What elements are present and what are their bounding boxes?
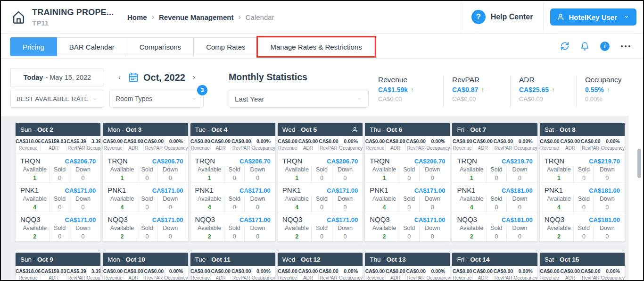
stat-previous-value: CA$0.00 — [378, 95, 414, 102]
tab-manage-rates-restrictions[interactable]: Manage Rates & Restrictions — [258, 37, 375, 56]
info-icon[interactable]: i — [600, 42, 610, 51]
room-row-pnk1[interactable]: PNK1CA$171.00Available4Sold0Down0 — [16, 183, 100, 212]
room-sold-label: Sold — [224, 196, 244, 202]
room-row-pnk1[interactable]: PNK1CA$171.00Available4Sold0Down0 — [190, 183, 275, 212]
room-sold-label: Sold — [574, 196, 594, 202]
notifications-bell-icon[interactable] — [580, 42, 589, 51]
room-row-nqq3[interactable]: NQQ3CA$171.00Available2Sold0Down0 — [103, 212, 188, 241]
refresh-icon[interactable] — [560, 42, 570, 51]
property-switcher[interactable]: TRAINING PROPE... TP11 — [11, 1, 114, 33]
day-header[interactable]: Wed - Oct 5 — [278, 123, 363, 136]
room-row-nqq3[interactable]: NQQ3CA$171.00Available2Sold0Down0 — [16, 212, 100, 241]
room-row-trqn[interactable]: TRQNCA$219.70Available1Sold0Down0 — [452, 153, 537, 183]
room-row-nqq3[interactable]: NQQ3CA$181.00Available2Sold0Down0 — [452, 212, 537, 241]
day-stat-label: Revenue — [540, 275, 560, 280]
room-sold: Sold0 — [574, 195, 594, 213]
room-row-trqn[interactable]: TRQNCA$206.70Available1Sold0Down0 — [103, 153, 188, 183]
rate-plan-select[interactable]: BEST AVAILABLE RATE — [10, 90, 104, 108]
room-down: Down0 — [70, 224, 96, 242]
scrollbar-thumb[interactable] — [637, 149, 641, 178]
room-row-trqn[interactable]: TRQNCA$206.70Available1Sold0Down0 — [16, 153, 100, 183]
room-row-pnk1[interactable]: PNK1CA$171.00Available4Sold0Down0 — [278, 183, 363, 212]
room-available-count: 2 — [457, 233, 486, 240]
next-month-icon[interactable] — [191, 73, 197, 82]
day-header[interactable]: Sat - Oct 15 — [540, 253, 625, 266]
day-stats: CA$0.00RevenueCA$0.00ADRCA$0.00RevPAR0.0… — [190, 266, 275, 280]
comparison-select[interactable]: Last Year — [229, 90, 369, 108]
room-row-pnk1[interactable]: PNK1CA$171.00Available4Sold0Down0 — [103, 183, 188, 212]
today-button[interactable]: Today - May 15, 2022 — [10, 68, 104, 86]
room-row-trqn[interactable]: TRQNCA$206.70Available1Sold0Down0 — [190, 153, 275, 183]
room-types-select[interactable]: Room Types 3 — [109, 90, 204, 108]
room-row-nqq3[interactable]: NQQ3CA$171.00Available2Sold0Down0 — [365, 212, 450, 241]
calendar-week-1: Sun - Oct 2CA$318.06RevenueCA$159.03ADRC… — [15, 122, 625, 242]
filters-bar: Today - May 15, 2022 BEST AVAILABLE RATE… — [1, 59, 643, 116]
room-down-count: 0 — [507, 175, 532, 181]
day-stat-label: RevPAR — [581, 275, 601, 280]
room-code: TRQN — [370, 157, 390, 165]
day-stat-adr: CA$0.00ADR — [298, 138, 318, 151]
room-row-pnk1[interactable]: PNK1CA$171.00Available4Sold0Down0 — [365, 183, 450, 212]
day-header[interactable]: Mon - Oct 10 — [103, 253, 188, 266]
room-available-label: Available — [195, 166, 224, 173]
breadcrumb-item-home[interactable]: Home — [127, 13, 147, 21]
day-stat-label: Revenue — [365, 145, 385, 151]
day-header[interactable]: Sat - Oct 8 — [540, 123, 625, 136]
day-name: Sat - — [545, 126, 560, 133]
chevron-down-icon — [92, 97, 98, 101]
property-code: TP11 — [32, 19, 114, 27]
day-header[interactable]: Tue - Oct 4 — [190, 123, 275, 136]
day-header[interactable]: Fri - Oct 14 — [452, 253, 537, 266]
room-code: PNK1 — [282, 186, 301, 194]
tab-comparisons[interactable]: Comparisons — [127, 37, 194, 56]
day-stat-value: CA$0.00 — [144, 268, 164, 274]
room-row-trqn[interactable]: TRQNCA$206.70Available1Sold0Down0 — [365, 153, 450, 183]
day-stat-label: Occupancy — [252, 145, 275, 151]
day-stat-label: ADR — [124, 145, 143, 151]
room-code: NQQ3 — [195, 215, 215, 223]
room-row-pnk1[interactable]: PNK1CA$181.00Available4Sold0Down0 — [452, 183, 537, 212]
room-row-trqn[interactable]: TRQNCA$219.70Available1Sold0Down0 — [540, 153, 625, 183]
room-available: Available1 — [457, 166, 487, 183]
day-stat-label: Occupancy — [87, 145, 101, 151]
room-down-count: 0 — [594, 233, 620, 240]
day-header[interactable]: Fri - Oct 7 — [452, 123, 537, 136]
month-picker[interactable]: Oct, 2022 — [128, 72, 185, 83]
room-row-nqq3[interactable]: NQQ3CA$181.00Available2Sold0Down0 — [540, 212, 625, 241]
room-row-nqq3[interactable]: NQQ3CA$171.00Available2Sold0Down0 — [190, 212, 275, 241]
tab-bar-calendar[interactable]: BAR Calendar — [57, 37, 127, 56]
room-down-count: 0 — [245, 204, 270, 211]
previous-month-icon[interactable] — [117, 73, 122, 82]
room-sold-label: Sold — [574, 225, 594, 231]
more-options-icon[interactable] — [620, 45, 631, 48]
breadcrumb-item-calendar: Calendar — [246, 13, 274, 21]
help-center-button[interactable]: ? Help Center — [461, 1, 544, 33]
room-row-nqq3[interactable]: NQQ3CA$171.00Available2Sold0Down0 — [278, 212, 363, 241]
day-stats: CA$0.00RevenueCA$0.00ADRCA$0.00RevPAR0.0… — [540, 266, 625, 280]
day-stat-label: Revenue — [365, 275, 385, 280]
day-header[interactable]: Thu - Oct 6 — [365, 123, 450, 136]
today-date: - May 15, 2022 — [45, 74, 91, 81]
day-header[interactable]: Tue - Oct 11 — [190, 253, 275, 266]
day-header[interactable]: Mon - Oct 3 — [103, 123, 188, 136]
room-available: Available4 — [545, 195, 574, 213]
room-down-count: 0 — [70, 204, 96, 211]
room-row-trqn[interactable]: TRQNCA$206.70Available1Sold0Down0 — [278, 153, 363, 183]
room-rate: CA$171.00 — [65, 216, 96, 223]
day-header[interactable]: Wed - Oct 12 — [278, 253, 363, 266]
scrollbar-track[interactable] — [628, 116, 643, 280]
tab-pricing[interactable]: Pricing — [10, 37, 57, 56]
stat-block-revpar: RevPARCA$0.87↑CA$0.00 — [443, 76, 489, 108]
day-header[interactable]: Thu - Oct 13 — [365, 253, 450, 266]
day-stat-revpar: CA$0.00RevPAR — [581, 138, 601, 151]
user-menu-button[interactable]: HotelKey User — [550, 9, 636, 26]
breadcrumb-item-revenue-management[interactable]: Revenue Management — [159, 13, 233, 21]
room-available: Available2 — [370, 224, 399, 242]
room-available-label: Available — [107, 196, 137, 202]
room-available: Available2 — [282, 224, 312, 242]
day-header[interactable]: Sun - Oct 2 — [16, 123, 100, 136]
tab-comp-rates[interactable]: Comp Rates — [193, 37, 258, 56]
day-header[interactable]: Sun - Oct 9 — [16, 253, 100, 266]
day-stat-value: 0.00% — [426, 138, 450, 144]
room-row-pnk1[interactable]: PNK1CA$181.00Available4Sold0Down0 — [540, 183, 625, 212]
